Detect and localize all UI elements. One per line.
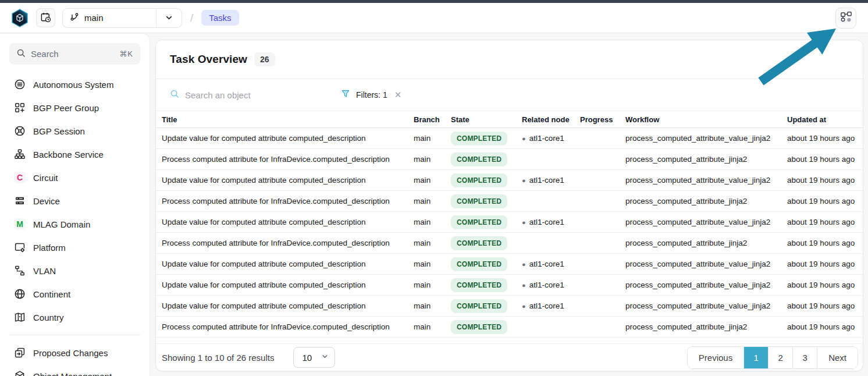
close-icon: ✕ xyxy=(394,90,402,100)
column-header[interactable]: Related node xyxy=(516,115,574,124)
sidebar-item-label: Autonomous System xyxy=(33,80,113,90)
filters-chip[interactable]: Filters: 1 xyxy=(341,89,387,101)
node-dot-icon: ● xyxy=(522,135,526,142)
cell-branch: main xyxy=(408,134,445,143)
node-dot-icon: ● xyxy=(522,282,526,289)
sidebar-item[interactable]: Country xyxy=(9,306,140,329)
sidebar-item[interactable]: Autonomous System xyxy=(9,73,140,96)
column-header[interactable]: State xyxy=(445,115,516,124)
object-search[interactable] xyxy=(170,89,297,101)
pagination-button[interactable]: 2 xyxy=(769,347,793,368)
branch-selector[interactable]: main xyxy=(62,8,182,28)
table-row[interactable]: Process computed attribute for InfraDevi… xyxy=(156,191,863,212)
clear-filters-button[interactable]: ✕ xyxy=(393,88,403,101)
status-badge: COMPLETED xyxy=(451,320,507,334)
table-row[interactable]: Update value for computed attribute comp… xyxy=(156,296,863,317)
bgp-session-icon xyxy=(14,125,26,137)
sidebar-item-label: Continent xyxy=(33,289,70,299)
column-header[interactable]: Updated at xyxy=(781,115,863,124)
cell-branch: main xyxy=(408,176,445,185)
cell-workflow: process_computed_attribute_value_jinja2 xyxy=(620,301,781,310)
breadcrumb-tasks[interactable]: Tasks xyxy=(201,10,239,26)
pagination-button[interactable]: Previous xyxy=(688,347,744,368)
cell-workflow: process_computed_attribute_jinja2 xyxy=(620,322,781,331)
cell-updated-at: about 19 hours ago xyxy=(781,176,863,185)
results-summary: Showing 1 to 10 of 26 results xyxy=(162,353,274,363)
pagination-button[interactable]: Next xyxy=(817,347,858,368)
sidebar-item[interactable]: Object Management xyxy=(9,364,140,376)
cell-branch: main xyxy=(408,260,445,268)
cell-title: Update value for computed attribute comp… xyxy=(156,301,408,310)
table-footer: Showing 1 to 10 of 26 results 10 Previou… xyxy=(156,343,863,371)
sidebar-item[interactable]: Platform xyxy=(9,236,140,259)
cell-related-node: ●atl1-core1 xyxy=(516,134,574,143)
cell-updated-at: about 19 hours ago xyxy=(781,134,863,143)
table-row[interactable]: Update value for computed attribute comp… xyxy=(156,170,863,191)
pagination-button[interactable]: 3 xyxy=(793,347,817,368)
pagination: Previous123Next xyxy=(687,346,858,369)
sidebar-item[interactable]: Device xyxy=(9,189,140,212)
card-header: Task Overview 26 xyxy=(156,40,863,79)
timeframe-calendar-button[interactable] xyxy=(36,8,55,27)
sidebar-item-label: Country xyxy=(33,313,64,322)
sidebar-item-label: Proposed Changes xyxy=(33,348,108,358)
table-row[interactable]: Process computed attribute for InfraDevi… xyxy=(156,317,863,338)
cell-updated-at: about 19 hours ago xyxy=(781,218,863,226)
sidebar-divider xyxy=(9,335,140,335)
infrahub-logo[interactable] xyxy=(10,8,29,28)
status-badge: COMPLETED xyxy=(451,215,507,229)
cell-state: COMPLETED xyxy=(445,257,516,271)
table-header-row: TitleBranchStateRelated nodeProgressWork… xyxy=(156,111,863,128)
schema-visualizer-button[interactable] xyxy=(835,8,856,29)
filter-bar: Filters: 1 ✕ xyxy=(156,79,863,111)
table-row[interactable]: Process computed attribute for InfraDevi… xyxy=(156,233,863,254)
column-header[interactable]: Progress xyxy=(574,115,620,124)
cell-workflow: process_computed_attribute_jinja2 xyxy=(620,239,781,247)
object-search-input[interactable] xyxy=(185,90,297,100)
cell-title: Process computed attribute for InfraDevi… xyxy=(156,322,408,331)
cell-title: Process computed attribute for InfraDevi… xyxy=(156,155,408,164)
sidebar-item[interactable]: Continent xyxy=(9,282,140,306)
cell-branch: main xyxy=(408,155,445,164)
table-row[interactable]: Update value for computed attribute comp… xyxy=(156,254,863,275)
column-header[interactable]: Branch xyxy=(408,115,445,124)
sidebar-item[interactable]: BGP Peer Group xyxy=(9,96,140,119)
sidebar-item[interactable]: M MLAG Domain xyxy=(9,212,140,236)
status-badge: COMPLETED xyxy=(451,194,507,208)
autonomous-system-icon xyxy=(14,79,26,90)
sidebar-search-input[interactable] xyxy=(31,49,114,59)
cell-workflow: process_computed_attribute_value_jinja2 xyxy=(620,281,781,289)
sidebar-item-label: Platform xyxy=(33,243,66,253)
task-count-badge: 26 xyxy=(254,52,275,66)
cell-title: Update value for computed attribute comp… xyxy=(156,281,408,289)
table-row[interactable]: Update value for computed attribute comp… xyxy=(156,128,863,149)
content-area: ⌘K Autonomous System BGP Peer Group BGP … xyxy=(0,33,868,376)
sidebar-item[interactable]: VLAN xyxy=(9,259,140,282)
table-row[interactable]: Update value for computed attribute comp… xyxy=(156,212,863,233)
sidebar-item-label: Device xyxy=(33,196,60,206)
table-row[interactable]: Process computed attribute for InfraDevi… xyxy=(156,149,863,170)
status-badge: COMPLETED xyxy=(451,257,507,271)
table-row[interactable]: Update value for computed attribute comp… xyxy=(156,275,863,296)
search-icon xyxy=(16,48,26,60)
sidebar-item[interactable]: Backbone Service xyxy=(9,143,140,166)
calendar-clock-icon xyxy=(40,12,51,24)
column-header[interactable]: Workflow xyxy=(620,115,781,124)
pagination-button[interactable]: 1 xyxy=(744,347,769,368)
sidebar-item[interactable]: BGP Session xyxy=(9,119,140,143)
sidebar-item-label: Object Management xyxy=(33,371,112,376)
sidebar-item[interactable]: Proposed Changes xyxy=(9,341,140,364)
cell-branch: main xyxy=(408,239,445,247)
cell-workflow: process_computed_attribute_value_jinja2 xyxy=(620,176,781,185)
continent-icon xyxy=(14,288,26,300)
sidebar-item-label: BGP Session xyxy=(33,126,85,136)
search-icon xyxy=(170,89,179,101)
sidebar-item[interactable]: C Circuit xyxy=(9,166,140,189)
cell-updated-at: about 19 hours ago xyxy=(781,322,863,331)
page-size-select[interactable]: 10 xyxy=(293,347,335,368)
sidebar-search[interactable]: ⌘K xyxy=(9,43,140,65)
cell-state: COMPLETED xyxy=(445,299,516,313)
object-management-icon xyxy=(14,370,26,376)
column-header[interactable]: Title xyxy=(156,115,408,124)
filter-funnel-icon xyxy=(341,89,350,101)
